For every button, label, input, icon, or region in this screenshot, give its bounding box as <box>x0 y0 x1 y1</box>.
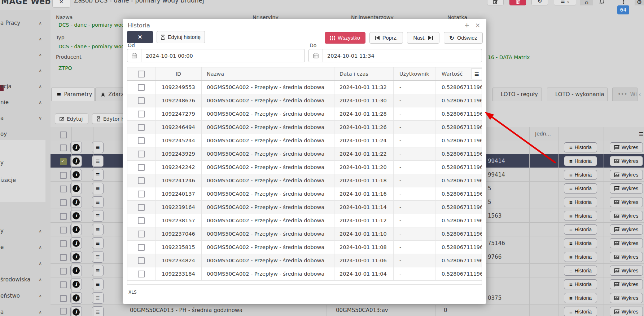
sidebar-item[interactable]: y ∧ <box>0 223 48 239</box>
row-checkbox[interactable] <box>138 191 145 197</box>
select-all-checkbox[interactable] <box>138 71 145 77</box>
history-row[interactable]: 1092233184 00GMS50CA002 - Przepływ - śre… <box>127 267 482 281</box>
page-menu-button[interactable]: ≡ ∨ <box>554 0 576 5</box>
historia-button[interactable]: ≡ Historia <box>564 211 597 221</box>
poprzedni-button[interactable]: Poprz. <box>369 32 403 44</box>
row-checkbox[interactable] <box>138 204 145 211</box>
tab-loto-wykonania[interactable]: LOTO - wykonania <box>547 88 608 101</box>
od-date-input[interactable]: 2024-10-01 00:00 <box>127 49 305 62</box>
history-row[interactable]: 1092248676 00GMS50CA002 - Przepływ - śre… <box>127 94 482 107</box>
info-button[interactable]: i <box>70 196 82 208</box>
sidebar-item[interactable]: środowiska ∧ <box>0 271 48 288</box>
odswiez-button[interactable]: ↻ Odśwież <box>444 32 483 44</box>
row-menu-button[interactable]: ≡ <box>92 251 104 263</box>
wykres-button[interactable]: Wykres <box>610 252 643 262</box>
info-button[interactable]: i <box>70 279 82 290</box>
row-checkbox[interactable] <box>60 158 67 165</box>
row-checkbox[interactable] <box>60 144 67 151</box>
info-button[interactable]: i <box>70 155 82 167</box>
sidebar-item[interactable]: oy <box>0 126 48 142</box>
historia-button[interactable]: ≡ Historia <box>564 156 597 166</box>
sidebar-item[interactable]: ∧ <box>0 255 48 271</box>
tab-scroll-left-icon[interactable]: ‹ <box>639 91 641 98</box>
tab-wiecej[interactable]: ••• Wię <box>612 88 638 101</box>
calendar-icon[interactable] <box>309 49 323 62</box>
row-checkbox[interactable] <box>138 151 145 157</box>
info-button[interactable]: i <box>70 210 82 222</box>
historia-button[interactable]: ≡ Historia <box>564 307 597 316</box>
row-checkbox[interactable] <box>138 124 145 131</box>
row-menu-button[interactable]: ≡ <box>92 196 104 208</box>
calendar-icon[interactable] <box>127 49 141 62</box>
row-menu-button[interactable]: ≡ <box>92 169 104 181</box>
row-checkbox[interactable] <box>138 217 145 224</box>
row-checkbox[interactable] <box>138 137 145 144</box>
historia-button[interactable]: ≡ Historia <box>564 183 597 193</box>
uzytkownik-column-header[interactable]: Użytkownik <box>394 67 435 80</box>
wykres-button[interactable]: Wykres <box>610 170 643 180</box>
info-button[interactable]: i <box>70 292 82 304</box>
history-row[interactable]: 1092237046 00GMS50CA002 - Przepływ - śre… <box>127 227 482 241</box>
edytuj-historie-button[interactable]: Edytuj historię <box>157 31 205 43</box>
home-tile[interactable]: ⌂ <box>580 0 593 5</box>
tab-loto-reguly[interactable]: LOTO - reguły <box>492 88 542 101</box>
history-row[interactable]: 1092241246 00GMS50CA002 - Przepływ - śre… <box>127 174 482 187</box>
kebab-menu-button[interactable]: ⋮ <box>621 0 626 5</box>
history-row[interactable]: 1092245244 00GMS50CA002 - Przepływ - śre… <box>127 134 482 147</box>
wykres-button[interactable]: Wykres <box>610 293 643 303</box>
do-date-input[interactable]: 2024-10-01 11:34 <box>308 49 482 62</box>
history-row[interactable]: 1092235815 00GMS50CA002 - Przepływ - śre… <box>127 241 482 254</box>
info-button[interactable]: i <box>70 183 82 194</box>
bg-bottom-row[interactable]: i ≡ 00GMS50CA013 - PH - średnia godzinow… <box>51 305 644 316</box>
sidebar-item[interactable]: e ∧ <box>0 239 48 255</box>
edytuj-button[interactable]: Edytuj <box>55 114 88 124</box>
delete-asset-button[interactable] <box>509 0 526 5</box>
tab-parametry[interactable]: ≡ Parametry <box>51 88 95 101</box>
wykres-button[interactable]: Wykres <box>610 266 643 276</box>
notifications-button[interactable] <box>599 0 605 5</box>
history-row[interactable]: 1092238157 00GMS50CA002 - Przepływ - śre… <box>127 214 482 227</box>
historia-button[interactable]: ≡ Historia <box>564 170 597 180</box>
row-checkbox[interactable] <box>138 244 145 251</box>
info-button[interactable]: i <box>70 306 82 316</box>
row-checkbox[interactable] <box>60 240 67 247</box>
row-checkbox[interactable] <box>60 213 67 220</box>
sidebar-item[interactable]: a ∧ <box>0 304 48 316</box>
czas-column-header[interactable]: Data i czas <box>334 67 394 80</box>
historia-button[interactable]: ≡ Historia <box>564 238 597 248</box>
row-checkbox[interactable] <box>138 257 145 264</box>
row-checkbox[interactable] <box>138 231 145 237</box>
row-checkbox[interactable] <box>60 186 67 192</box>
row-checkbox[interactable] <box>60 268 67 275</box>
historia-button[interactable]: ≡ Historia <box>564 252 597 262</box>
edit-asset-button[interactable] <box>487 0 504 5</box>
info-button[interactable]: i <box>70 237 82 249</box>
history-row[interactable]: 1092242242 00GMS50CA002 - Przepływ - śre… <box>127 161 482 174</box>
sidebar-item[interactable]: acja ∧ <box>0 79 48 94</box>
row-menu-button[interactable]: ≡ <box>92 265 104 276</box>
sidebar-item[interactable]: a ∨ <box>0 110 48 126</box>
modal-close-icon[interactable]: × <box>475 22 480 29</box>
wykres-button[interactable]: Wykres <box>610 211 643 221</box>
row-checkbox[interactable] <box>138 271 145 277</box>
row-checkbox[interactable] <box>138 177 145 184</box>
sidebar-item[interactable]: ∧ <box>0 31 48 47</box>
wykres-button[interactable]: Wykres <box>610 183 643 193</box>
row-menu-button[interactable]: ≡ <box>92 306 104 316</box>
history-row[interactable]: 1092249553 00GMS50CA002 - Przepływ - śre… <box>127 81 482 94</box>
do-date-value[interactable]: 2024-10-01 11:34 <box>323 53 374 59</box>
row-menu-button[interactable]: ≡ <box>92 155 104 167</box>
select-all-checkbox[interactable] <box>60 132 67 138</box>
row-checkbox[interactable] <box>60 254 67 261</box>
wszystko-button[interactable]: Wszystko <box>325 32 365 44</box>
modal-close-button[interactable]: ✕ <box>127 31 153 43</box>
historia-button[interactable]: ≡ Historia <box>564 142 597 152</box>
od-date-value[interactable]: 2024-10-01 00:00 <box>141 53 193 59</box>
row-menu-button[interactable]: ≡ <box>92 224 104 235</box>
history-row[interactable]: 1092234824 00GMS50CA002 - Przepływ - śre… <box>127 254 482 267</box>
sidebar-item[interactable]: ∧ <box>0 63 48 79</box>
history-row[interactable]: 1092243929 00GMS50CA002 - Przepływ - śre… <box>127 147 482 161</box>
row-menu-button[interactable]: ≡ <box>92 292 104 304</box>
info-button[interactable]: i <box>70 142 82 153</box>
row-menu-button[interactable]: ≡ <box>92 279 104 290</box>
